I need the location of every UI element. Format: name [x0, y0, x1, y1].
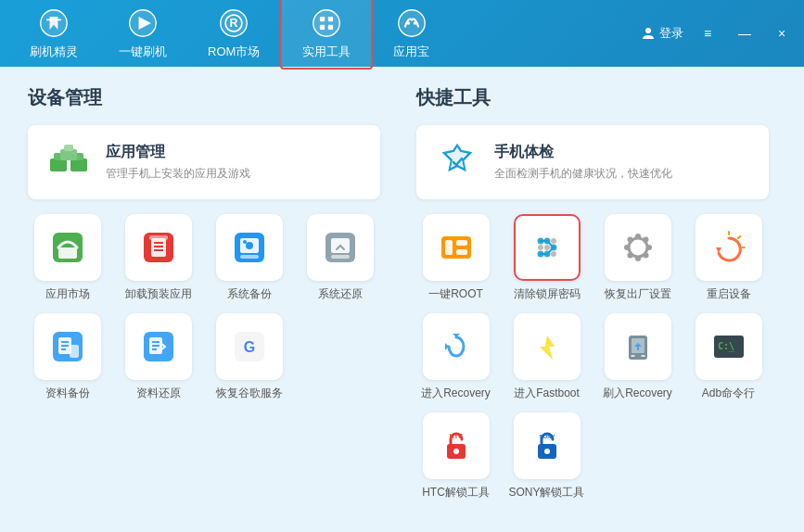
- svg-point-12: [407, 21, 411, 25]
- svg-point-72: [646, 245, 652, 250]
- system-restore-cell[interactable]: 系统还原: [300, 214, 380, 302]
- svg-rect-20: [64, 145, 73, 151]
- uninstall-preinstall-box: [125, 214, 192, 281]
- factory-reset-box: [605, 214, 671, 281]
- data-backup-cell[interactable]: 资料备份: [28, 313, 108, 401]
- one-click-root-box: [423, 214, 490, 281]
- left-grid-row2: 资料备份 资料还原: [28, 313, 380, 401]
- system-restore-box: [307, 214, 374, 281]
- svg-rect-8: [328, 17, 333, 21]
- svg-rect-32: [240, 255, 259, 259]
- svg-point-76: [627, 253, 632, 259]
- svg-rect-28: [149, 235, 168, 240]
- htc-unlock-label: HTC解锁工具: [422, 485, 490, 500]
- flash-recovery-label: 刷入Recovery: [603, 386, 672, 401]
- svg-text:HTC: HTC: [449, 433, 462, 439]
- app-market-label: 应用市场: [45, 286, 90, 302]
- left-grid-row1: 应用市场 卸载预装应用: [28, 214, 380, 302]
- sony-unlock-cell[interactable]: SONY SONY解锁工具: [507, 412, 587, 500]
- svg-rect-22: [58, 247, 77, 259]
- nav-utility-tools-label: 实用工具: [302, 44, 351, 60]
- svg-point-65: [550, 245, 556, 251]
- reboot-device-label: 重启设备: [707, 286, 751, 302]
- close-button[interactable]: ×: [769, 22, 795, 44]
- flash-recovery-cell[interactable]: 刷入Recovery: [598, 313, 678, 401]
- svg-rect-15: [50, 158, 67, 171]
- svg-point-64: [543, 238, 550, 245]
- svg-rect-10: [328, 25, 333, 30]
- main-content: 设备管理 应用管理 管理手机上安装的应用及游戏: [0, 67, 804, 532]
- nav-flash-wizard[interactable]: 刷机精灵: [9, 0, 98, 68]
- login-label: 登录: [659, 25, 683, 42]
- nav-rom-market[interactable]: R ROM市场: [187, 0, 280, 68]
- system-backup-box: [216, 214, 283, 281]
- data-backup-label: 资料备份: [45, 386, 90, 401]
- left-panel: 设备管理 应用管理 管理手机上安装的应用及游戏: [28, 85, 389, 513]
- adb-command-cell[interactable]: C:\ _ Adb命令行: [689, 313, 769, 401]
- restore-google-box: G: [216, 313, 283, 380]
- svg-point-67: [537, 251, 543, 258]
- phone-checkup-subtitle: 全面检测手机的健康状况，快速优化: [494, 166, 672, 182]
- system-backup-cell[interactable]: 系统备份: [210, 214, 289, 302]
- right-panel: 快捷工具 手机体检 全面检测手机的健康状况，快速优化: [416, 85, 777, 513]
- svg-point-33: [243, 240, 247, 244]
- svg-rect-17: [70, 158, 87, 171]
- enter-recovery-label: 进入Recovery: [421, 386, 491, 401]
- menu-button[interactable]: ≡: [695, 22, 721, 44]
- clear-screen-lock-cell[interactable]: 清除锁屏密码: [507, 214, 587, 302]
- svg-marker-81: [540, 336, 555, 360]
- clear-screen-lock-label: 清除锁屏密码: [514, 286, 581, 302]
- svg-point-13: [414, 21, 417, 25]
- svg-text:R: R: [230, 17, 238, 30]
- svg-text:_: _: [729, 341, 735, 352]
- app-management-text: 应用管理 管理手机上安装的应用及游戏: [106, 143, 250, 182]
- app-market-cell[interactable]: 应用市场: [28, 214, 108, 302]
- nav-one-click-flash[interactable]: 一键刷机: [98, 0, 187, 68]
- login-button[interactable]: 登录: [641, 25, 683, 42]
- right-section-title: 快捷工具: [416, 85, 777, 110]
- one-click-root-cell[interactable]: 一键ROOT: [416, 214, 496, 302]
- app-management-icon: [46, 140, 91, 184]
- enter-fastboot-box: [514, 313, 581, 380]
- svg-rect-53: [456, 249, 467, 255]
- svg-point-14: [645, 28, 651, 33]
- svg-rect-7: [320, 17, 325, 21]
- header: 刷机精灵 一键刷机 R ROM市场: [0, 0, 804, 67]
- nav-utility-tools[interactable]: 实用工具: [280, 0, 373, 70]
- enter-fastboot-label: 进入Fastboot: [514, 386, 580, 401]
- right-grid-row2: 进入Recovery 进入Fastboot: [416, 313, 769, 401]
- restore-google-cell[interactable]: G 恢复谷歌服务: [210, 313, 289, 401]
- sony-unlock-label: SONY解锁工具: [508, 485, 584, 500]
- svg-point-56: [551, 238, 556, 244]
- nav-app-store[interactable]: 应用宝: [373, 0, 450, 68]
- reboot-device-cell[interactable]: 重启设备: [689, 214, 769, 302]
- data-backup-box: [34, 313, 101, 380]
- svg-point-93: [544, 449, 550, 454]
- app-management-card[interactable]: 应用管理 管理手机上安装的应用及游戏: [28, 125, 380, 199]
- svg-point-63: [537, 238, 543, 245]
- svg-text:SONY: SONY: [539, 434, 555, 439]
- svg-point-58: [544, 245, 550, 250]
- enter-recovery-cell[interactable]: 进入Recovery: [416, 313, 496, 401]
- enter-fastboot-cell[interactable]: 进入Fastboot: [507, 313, 587, 401]
- data-restore-cell[interactable]: 资料还原: [119, 313, 198, 401]
- adb-command-label: Adb命令行: [702, 386, 755, 401]
- factory-reset-cell[interactable]: 恢复出厂设置: [598, 214, 678, 302]
- nav-flash-wizard-label: 刷机精灵: [30, 44, 78, 60]
- data-restore-label: 资料还原: [136, 386, 181, 401]
- uninstall-preinstall-cell[interactable]: 卸载预装应用: [119, 214, 198, 302]
- app-market-box: [34, 214, 101, 281]
- one-click-root-label: 一键ROOT: [428, 286, 483, 302]
- minimize-button[interactable]: —: [732, 22, 758, 44]
- svg-point-69: [635, 234, 641, 239]
- svg-rect-36: [331, 255, 350, 259]
- right-grid-row1: 一键ROOT: [416, 214, 769, 302]
- phone-checkup-card[interactable]: 手机体检 全面检测手机的健康状况，快速优化: [416, 125, 769, 199]
- htc-unlock-cell[interactable]: HTC HTC解锁工具: [416, 412, 496, 500]
- nav-rom-market-label: ROM市场: [208, 44, 260, 60]
- svg-point-75: [643, 237, 648, 243]
- header-right: 登录 ≡ — ×: [641, 22, 795, 44]
- svg-rect-9: [320, 25, 325, 30]
- system-backup-label: 系统备份: [227, 286, 272, 302]
- clear-screen-lock-box: [514, 214, 581, 281]
